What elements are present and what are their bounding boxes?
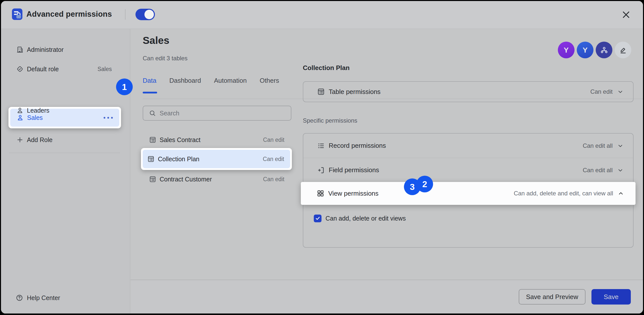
tab-automation[interactable]: Automation — [214, 77, 247, 85]
table-row-collection-plan-spotlight: Collection Plan Can edit — [141, 148, 292, 170]
table-permission: Can edit — [263, 176, 284, 183]
tab-others[interactable]: Others — [260, 77, 279, 85]
sidebar-item-default-role[interactable]: Default role Sales — [1, 59, 130, 79]
field-column-icon — [317, 166, 325, 174]
lock-icon — [14, 12, 23, 20]
permission-label: Record permissions — [329, 142, 386, 150]
field-permissions-row[interactable]: Field permissions Can edit all — [303, 158, 633, 182]
help-center-link[interactable]: Help Center — [1, 289, 130, 306]
sidebar-item-label: Default role — [27, 66, 59, 73]
add-role-button[interactable]: Add Role — [1, 130, 130, 150]
table-name: Collection Plan — [158, 156, 200, 163]
table-permission: Can edit — [263, 156, 284, 162]
step-badge-1: 1 — [116, 79, 133, 95]
sidebar-divider — [9, 153, 120, 153]
chevron-up-icon[interactable] — [617, 190, 624, 197]
table-icon — [147, 155, 155, 163]
plus-icon — [16, 136, 24, 144]
org-hierarchy-avatar[interactable] — [596, 42, 612, 58]
table-permissions-row[interactable]: Table permissions Can edit — [303, 82, 633, 102]
record-list-icon — [317, 142, 325, 150]
building-icon — [16, 46, 24, 54]
search-input[interactable] — [160, 110, 279, 117]
chevron-down-icon[interactable] — [616, 88, 624, 95]
table-row-contract-customer[interactable]: Contract Customer Can edit — [143, 169, 291, 189]
help-center-label: Help Center — [27, 294, 60, 301]
role-subtitle: Can edit 3 tables — [143, 55, 188, 62]
search-icon — [149, 109, 156, 117]
tab-data[interactable]: Data — [143, 77, 156, 85]
permission-label: Field permissions — [329, 166, 379, 174]
table-name: Sales Contract — [160, 136, 200, 144]
save-and-preview-button[interactable]: Save and Preview — [519, 289, 586, 304]
checkbox-checked[interactable] — [314, 215, 322, 222]
close-icon[interactable] — [620, 9, 632, 20]
table-icon — [149, 136, 157, 144]
table-permission: Can edit — [263, 137, 284, 143]
table-row-collection-plan[interactable]: Collection Plan Can edit — [143, 150, 290, 168]
record-permissions-row[interactable]: Record permissions Can edit all — [303, 134, 633, 158]
advanced-permissions-dialog: Advanced permissions Administra — [1, 1, 643, 313]
permission-value: Can edit all — [583, 167, 612, 174]
advanced-permissions-toggle[interactable] — [136, 9, 155, 20]
view-grid-icon — [316, 189, 325, 198]
default-role-icon — [16, 65, 24, 73]
save-button[interactable]: Save — [592, 289, 631, 304]
chevron-down-icon[interactable] — [616, 142, 624, 150]
role-detail-panel: Sales Can edit 3 tables Y Y — [130, 29, 643, 280]
tab-dashboard[interactable]: Dashboard — [169, 77, 201, 85]
avatar[interactable]: Y — [558, 42, 574, 58]
table-permissions-box: Table permissions Can edit — [303, 81, 634, 102]
sidebar-item-administrator[interactable]: Administrator — [1, 40, 130, 59]
sidebar-item-label: Leaders — [27, 107, 49, 114]
edit-members-button[interactable] — [614, 42, 631, 58]
member-avatars: Y Y — [558, 42, 631, 58]
help-icon — [16, 294, 24, 302]
permission-value: Can add, delete and edit, can view all — [514, 190, 613, 197]
permission-tabs: Data Dashboard Automation Others — [143, 77, 279, 85]
roles-sidebar: Administrator Default role Sales — [1, 29, 130, 313]
dialog-title: Advanced permissions — [26, 10, 112, 19]
permission-value: Can edit — [590, 88, 612, 95]
add-role-label: Add Role — [27, 136, 52, 144]
header-divider — [125, 9, 126, 20]
table-name: Contract Customer — [160, 176, 212, 183]
table-search — [143, 106, 291, 121]
sidebar-item-label: Administrator — [27, 46, 64, 53]
dialog-header: Advanced permissions — [1, 1, 643, 29]
table-row-sales-contract[interactable]: Sales Contract Can edit — [143, 130, 291, 150]
screen-background: Advanced permissions Administra — [0, 0, 644, 315]
default-role-value: Sales — [97, 66, 112, 73]
specific-permissions-label: Specific permissions — [303, 117, 357, 124]
active-tab-underline — [143, 92, 157, 94]
person-icon — [16, 106, 24, 114]
chevron-down-icon[interactable] — [616, 166, 624, 174]
advanced-permissions-app-icon — [12, 9, 22, 20]
checkbox-label: Can add, delete or edit views — [326, 215, 406, 222]
table-icon — [317, 88, 325, 96]
step-badge-3: 3 — [404, 178, 420, 195]
permission-value: Can edit all — [583, 142, 612, 149]
sidebar-item-leaders[interactable]: Leaders — [1, 101, 130, 120]
avatar[interactable]: Y — [577, 42, 594, 58]
permission-label: Table permissions — [329, 88, 380, 96]
table-icon — [149, 175, 157, 183]
org-hierarchy-icon — [600, 46, 609, 55]
view-permission-option: Can add, delete or edit views — [303, 209, 634, 227]
dialog-footer: Save and Preview Save — [130, 280, 643, 313]
view-permissions-row[interactable]: View permissions Can add, delete and edi… — [301, 182, 636, 205]
permission-label: View permissions — [328, 190, 378, 197]
edit-pencil-icon — [619, 46, 627, 54]
role-title: Sales — [143, 35, 169, 46]
selected-table-title: Collection Plan — [303, 64, 350, 72]
